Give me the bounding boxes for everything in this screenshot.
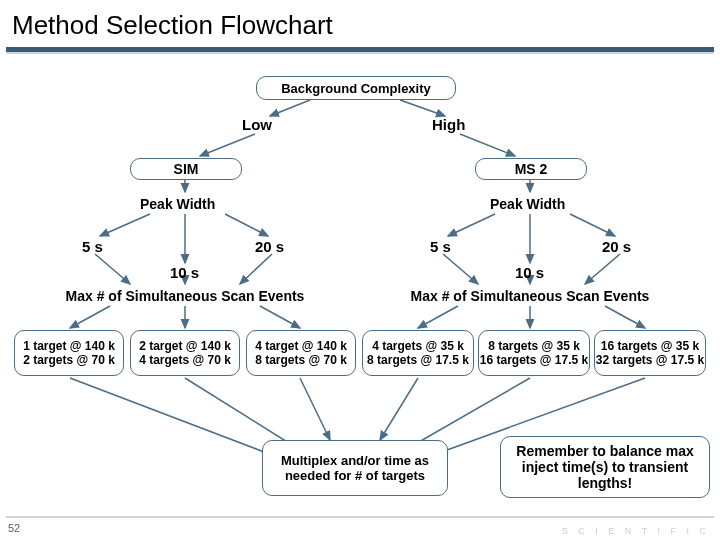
right-col-2-l2: 16 targets @ 17.5 k xyxy=(480,353,588,367)
svg-line-9 xyxy=(448,214,495,236)
left-col-1: 1 target @ 140 k 2 targets @ 70 k xyxy=(14,330,124,376)
svg-line-17 xyxy=(585,254,620,284)
node-ms2: MS 2 xyxy=(475,158,587,180)
left-10s: 10 s xyxy=(170,264,199,281)
left-scan-header: Max # of Simultaneous Scan Events xyxy=(45,288,325,304)
svg-line-18 xyxy=(70,306,110,328)
header-rule-light xyxy=(6,52,714,54)
svg-line-1 xyxy=(400,100,445,116)
left-5s: 5 s xyxy=(82,238,103,255)
left-col-3-l2: 8 targets @ 70 k xyxy=(255,353,347,367)
svg-line-3 xyxy=(460,134,515,156)
right-col-3-l2: 32 targets @ 17.5 k xyxy=(596,353,704,367)
right-col-3: 16 targets @ 35 k 32 targets @ 17.5 k xyxy=(594,330,706,376)
branch-high: High xyxy=(432,116,465,133)
svg-line-27 xyxy=(380,378,418,440)
svg-line-26 xyxy=(300,378,330,440)
svg-line-24 xyxy=(70,378,280,458)
svg-line-20 xyxy=(260,306,300,328)
svg-line-14 xyxy=(240,254,272,284)
left-col-2-l2: 4 targets @ 70 k xyxy=(139,353,231,367)
svg-line-11 xyxy=(570,214,615,236)
svg-line-2 xyxy=(200,134,255,156)
right-5s: 5 s xyxy=(430,238,451,255)
right-20s: 20 s xyxy=(602,238,631,255)
svg-line-12 xyxy=(95,254,130,284)
flowchart-canvas: Background Complexity Low High SIM Peak … xyxy=(0,58,720,540)
right-col-2: 8 targets @ 35 k 16 targets @ 17.5 k xyxy=(478,330,590,376)
left-peak-width: Peak Width xyxy=(140,196,215,212)
node-background-complexity: Background Complexity xyxy=(256,76,456,100)
right-col-1-l2: 8 targets @ 17.5 k xyxy=(367,353,469,367)
right-10s: 10 s xyxy=(515,264,544,281)
right-peak-width: Peak Width xyxy=(490,196,565,212)
left-col-1-l2: 2 targets @ 70 k xyxy=(23,353,115,367)
svg-line-6 xyxy=(100,214,150,236)
right-col-3-l1: 16 targets @ 35 k xyxy=(601,339,699,353)
right-scan-header: Max # of Simultaneous Scan Events xyxy=(390,288,670,304)
right-col-2-l1: 8 targets @ 35 k xyxy=(488,339,580,353)
page-title: Method Selection Flowchart xyxy=(0,0,720,47)
left-col-3: 4 target @ 140 k 8 targets @ 70 k xyxy=(246,330,356,376)
node-reminder: Remember to balance max inject time(s) t… xyxy=(500,436,710,498)
svg-line-8 xyxy=(225,214,268,236)
branch-low: Low xyxy=(242,116,272,133)
svg-line-21 xyxy=(418,306,458,328)
svg-line-0 xyxy=(270,100,310,116)
svg-line-23 xyxy=(605,306,645,328)
footer-rule xyxy=(6,516,714,518)
left-col-2: 2 target @ 140 k 4 targets @ 70 k xyxy=(130,330,240,376)
page-number: 52 xyxy=(8,522,20,534)
left-col-2-l1: 2 target @ 140 k xyxy=(139,339,231,353)
footer-brand: S C I E N T I F I C xyxy=(562,526,710,536)
node-multiplex: Multiplex and/or time as needed for # of… xyxy=(262,440,448,496)
svg-line-15 xyxy=(443,254,478,284)
left-col-1-l1: 1 target @ 140 k xyxy=(23,339,115,353)
left-20s: 20 s xyxy=(255,238,284,255)
right-col-1-l1: 4 targets @ 35 k xyxy=(372,339,464,353)
node-sim: SIM xyxy=(130,158,242,180)
left-col-3-l1: 4 target @ 140 k xyxy=(255,339,347,353)
right-col-1: 4 targets @ 35 k 8 targets @ 17.5 k xyxy=(362,330,474,376)
